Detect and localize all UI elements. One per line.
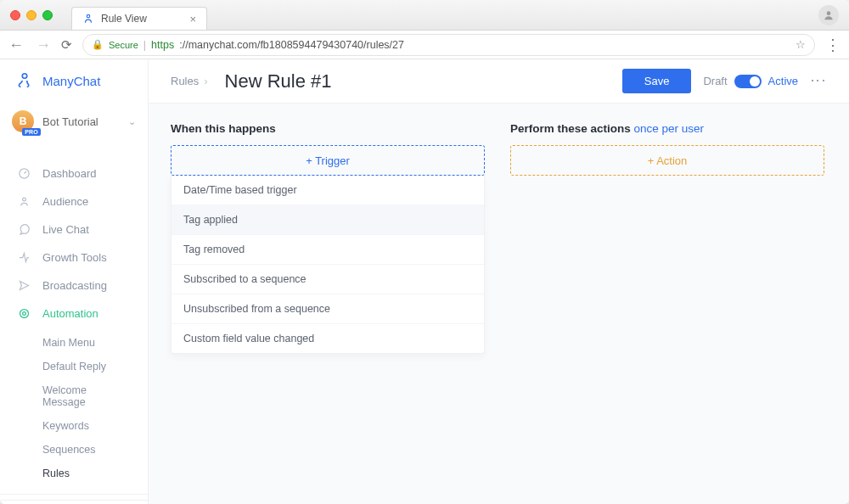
brand-logo-icon: [15, 71, 34, 90]
url-protocol: https: [151, 39, 174, 51]
status-toggle: Draft Active: [703, 75, 798, 88]
breadcrumb-root[interactable]: Rules: [171, 75, 199, 87]
sidebar-item-label: Broadcasting: [42, 279, 107, 292]
sidebar-item-label: Dashboard: [42, 167, 97, 180]
svg-point-0: [87, 14, 90, 18]
mac-titlebar: Rule View ×: [0, 0, 849, 31]
svg-point-1: [827, 11, 831, 15]
automation-subnav: Main MenuDefault ReplyWelcome MessageKey…: [0, 328, 148, 489]
sidebar-item-label: Growth Tools: [42, 251, 107, 264]
browser-menu-icon[interactable]: ⋮: [825, 36, 841, 54]
active-toggle[interactable]: [734, 75, 762, 88]
bookmark-star-icon[interactable]: ☆: [796, 38, 806, 51]
pro-badge: PRO: [22, 128, 41, 136]
draft-label: Draft: [703, 75, 727, 87]
workspace-avatar: B PRO: [12, 110, 34, 132]
back-button[interactable]: ←: [8, 37, 24, 53]
sidebar-item-label: Live Chat: [42, 223, 89, 236]
svg-point-4: [22, 198, 25, 201]
trigger-option[interactable]: Date/Time based trigger: [171, 176, 484, 205]
lock-icon: 🔒: [92, 39, 104, 50]
subnav-item-main-menu[interactable]: Main Menu: [0, 331, 148, 355]
tab-favicon-icon: [82, 13, 94, 25]
browser-profile-icon[interactable]: [818, 5, 839, 25]
once-per-user-link[interactable]: once per user: [634, 122, 705, 135]
trigger-heading: When this happens: [171, 122, 485, 135]
sidebar-item-live-chat[interactable]: Live Chat: [0, 216, 148, 244]
action-heading: Perform these actions once per user: [510, 122, 824, 135]
audience-icon: [17, 195, 31, 208]
workspace-name: Bot Tutorial: [42, 115, 98, 128]
trigger-option[interactable]: Subscribed to a sequence: [171, 265, 484, 294]
sidebar-item-label: Audience: [42, 195, 88, 208]
broadcast-icon: [17, 279, 31, 292]
app-root: ManyChat B PRO Bot Tutorial ⌄ DashboardA…: [0, 59, 849, 504]
window-close-icon[interactable]: [10, 10, 20, 20]
browser-tab[interactable]: Rule View ×: [71, 7, 207, 30]
add-trigger-button[interactable]: + Trigger: [171, 145, 485, 176]
sidebar-item-dashboard[interactable]: Dashboard: [0, 160, 148, 188]
sidebar-item-audience[interactable]: Audience: [0, 188, 148, 216]
active-label: Active: [768, 75, 798, 87]
browser-tabbar: Rule View ×: [71, 0, 207, 30]
forward-button[interactable]: →: [36, 37, 51, 53]
avatar-letter: B: [20, 115, 27, 127]
browser-toolbar: ← → ⟳ 🔒 Secure | https://manychat.com/fb…: [0, 31, 849, 59]
secure-label: Secure: [109, 40, 138, 50]
svg-point-5: [22, 312, 25, 316]
main: Rules› New Rule #1 Save Draft Active ⋮ W…: [149, 59, 849, 504]
subnav-item-keywords[interactable]: Keywords: [0, 414, 148, 438]
workspace-switcher[interactable]: B PRO Bot Tutorial ⌄: [0, 102, 148, 144]
sidebar-item-growth-tools[interactable]: Growth Tools: [0, 244, 148, 272]
sidebar-item-label: Automation: [42, 307, 98, 320]
brand[interactable]: ManyChat: [0, 59, 148, 102]
chat-icon: [17, 223, 31, 236]
sidebar-item-broadcasting[interactable]: Broadcasting: [0, 272, 148, 300]
subnav-item-default-reply[interactable]: Default Reply: [0, 355, 148, 378]
save-button[interactable]: Save: [622, 69, 692, 93]
sidebar-item-automation[interactable]: Automation: [0, 300, 148, 328]
add-action-button[interactable]: + Action: [510, 145, 824, 176]
address-bar[interactable]: 🔒 Secure | https://manychat.com/fb180859…: [82, 34, 815, 56]
reload-button[interactable]: ⟳: [61, 37, 72, 53]
trigger-option[interactable]: Tag applied: [171, 205, 484, 235]
chevron-down-icon: ⌄: [128, 116, 136, 127]
window-minimize-icon[interactable]: [26, 10, 37, 20]
window-zoom-icon[interactable]: [42, 10, 53, 20]
dashboard-icon: [17, 167, 31, 180]
breadcrumb-sep-icon: ›: [204, 75, 207, 87]
trigger-dropdown: Date/Time based triggerTag appliedTag re…: [171, 176, 485, 354]
subnav-item-welcome-message[interactable]: Welcome Message: [0, 378, 148, 414]
growth-icon: [17, 251, 31, 264]
trigger-column: When this happens + Trigger Date/Time ba…: [171, 122, 485, 354]
brand-name: ManyChat: [42, 74, 100, 88]
breadcrumb[interactable]: Rules›: [171, 75, 213, 87]
svg-point-2: [22, 74, 27, 79]
tab-title: Rule View: [101, 13, 147, 25]
automation-icon: [17, 307, 31, 320]
trigger-option[interactable]: Tag removed: [171, 235, 484, 265]
tab-close-icon[interactable]: ×: [189, 13, 196, 25]
subnav-item-sequences[interactable]: Sequences: [0, 438, 148, 462]
page-title[interactable]: New Rule #1: [225, 70, 332, 92]
action-column: Perform these actions once per user + Ac…: [510, 122, 824, 176]
rule-canvas: When this happens + Trigger Date/Time ba…: [149, 104, 849, 372]
trigger-option[interactable]: Custom field value changed: [171, 324, 484, 353]
divider: [0, 500, 148, 501]
more-menu-icon[interactable]: ⋮: [809, 73, 828, 90]
url-path: ://manychat.com/fb1808594479430740/rules…: [179, 39, 404, 51]
svg-point-6: [20, 310, 28, 318]
topbar: Rules› New Rule #1 Save Draft Active ⋮: [149, 59, 849, 104]
trigger-option[interactable]: Unsubscribed from a sequence: [171, 294, 484, 324]
sidebar: ManyChat B PRO Bot Tutorial ⌄ DashboardA…: [0, 59, 149, 504]
primary-nav: DashboardAudienceLive ChatGrowth ToolsBr…: [0, 154, 148, 504]
divider: [0, 494, 148, 495]
browser-nav-arrows: ← →: [8, 37, 51, 53]
subnav-item-rules[interactable]: Rules: [0, 462, 148, 485]
action-heading-text: Perform these actions: [510, 122, 634, 135]
